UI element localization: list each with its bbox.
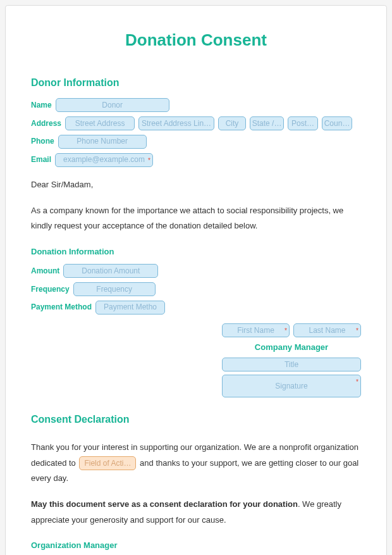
company-manager-label: Company Manager — [222, 340, 361, 356]
donor-name-input[interactable]: Donor — [56, 98, 169, 112]
mgr-first-input[interactable]: First Name — [222, 323, 290, 337]
street-input[interactable]: Street Address — [65, 116, 135, 130]
consent-heading: Consent Declaration — [31, 410, 361, 429]
field-activity-input[interactable]: Field of Acti… — [79, 456, 136, 470]
name-row: Name Donor — [31, 98, 361, 113]
name-label: Name — [31, 98, 52, 113]
address-label: Address — [31, 116, 61, 131]
consent-bold: May this document serve as a consent dec… — [31, 499, 298, 509]
frequency-label: Frequency — [31, 282, 70, 297]
consent-paragraph-1: Thank you for your interest in supportin… — [31, 440, 361, 487]
donation-info-heading: Donation Information — [31, 244, 361, 260]
mgr-title-input[interactable]: Title — [222, 358, 361, 371]
email-row: Email example@example.com — [31, 153, 361, 167]
mgr-signature-input[interactable]: Signature — [222, 375, 361, 397]
intro-paragraph: As a company known for the importance we… — [31, 203, 361, 234]
amount-label: Amount — [31, 264, 59, 278]
amount-row: Amount Donation Amount — [31, 264, 361, 278]
phone-row: Phone Phone Number — [31, 134, 361, 149]
address-row: Address Street Address Street Address Li… — [31, 116, 361, 131]
email-input[interactable]: example@example.com — [55, 153, 153, 167]
email-label: Email — [31, 153, 51, 167]
payment-label: Payment Method — [31, 300, 92, 315]
city-input[interactable]: City — [218, 116, 246, 130]
amount-input[interactable]: Donation Amount — [63, 264, 158, 278]
mgr-last-input[interactable]: Last Name — [293, 323, 361, 337]
state-input[interactable]: State /… — [250, 116, 284, 130]
frequency-input[interactable]: Frequency — [73, 282, 156, 296]
postal-input[interactable]: Post… — [288, 116, 318, 130]
page-title: Donation Consent — [31, 25, 361, 56]
document-page: Donation Consent Donor Information Name … — [5, 5, 387, 555]
payment-input[interactable]: Payment Metho — [95, 301, 165, 315]
consent-paragraph-2: May this document serve as a consent dec… — [31, 497, 361, 528]
frequency-row: Frequency Frequency — [31, 282, 361, 297]
org-manager-heading: Organization Manager — [31, 538, 361, 554]
greeting: Dear Sir/Madam, — [31, 177, 361, 193]
phone-label: Phone — [31, 134, 54, 149]
phone-input[interactable]: Phone Number — [58, 135, 147, 149]
country-input[interactable]: Coun… — [322, 116, 352, 130]
street2-input[interactable]: Street Address Lin… — [138, 116, 214, 130]
company-manager-block: First Name Last Name Company Manager Tit… — [222, 323, 361, 397]
payment-row: Payment Method Payment Metho — [31, 300, 361, 315]
donor-info-heading: Donor Information — [31, 73, 361, 92]
